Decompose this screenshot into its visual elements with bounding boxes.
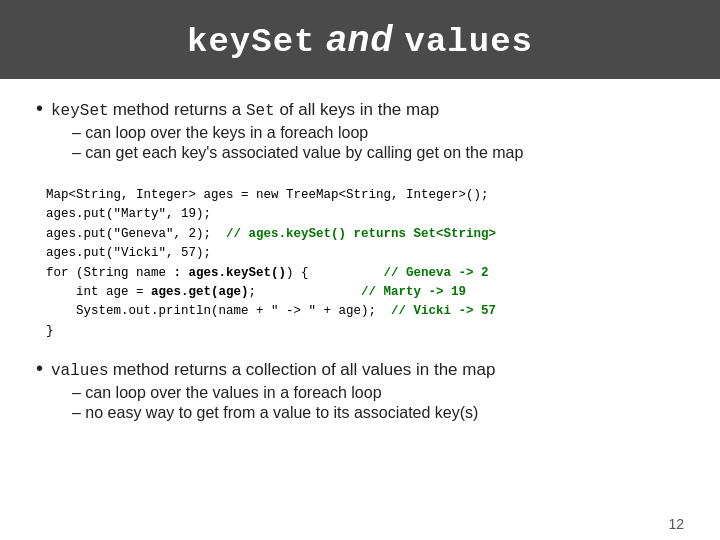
bullet-2-sub2: – no easy way to get from a value to its… — [72, 404, 684, 422]
bullet-dot-1: • — [36, 97, 43, 120]
bullet-2-text: method returns a collection of all value… — [113, 360, 496, 380]
get-mono: get — [417, 144, 439, 161]
bullet-dot-2: • — [36, 357, 43, 380]
slide-header: keySet and values — [0, 0, 720, 79]
code-line-2: ages.put("Marty", 19); — [46, 205, 674, 224]
bullet-1-sub2: – can get each key's associated value by… — [72, 144, 684, 162]
code-line-5: for (String name : ages.keySet()) { // G… — [46, 264, 674, 283]
code-line-6: int age = ages.get(age); // Marty -> 19 — [46, 283, 674, 302]
slide-footer: 12 — [0, 512, 720, 540]
bullet-1-sub1: – can loop over the keys in a foreach lo… — [72, 124, 684, 142]
code-line-1: Map<String, Integer> ages = new TreeMap<… — [46, 186, 674, 205]
code-line-7: System.out.println(name + " -> " + age);… — [46, 302, 674, 321]
code-block: Map<String, Integer> ages = new TreeMap<… — [36, 180, 684, 347]
bullet-2-mono: values — [51, 362, 109, 380]
bullet-2-main: • values method returns a collection of … — [36, 357, 684, 380]
code-line-4: ages.put("Vicki", 57); — [46, 244, 674, 263]
code-line-8: } — [46, 322, 674, 341]
page-number: 12 — [668, 516, 684, 532]
code-line-3: ages.put("Geneva", 2); // ages.keySet() … — [46, 225, 674, 244]
slide-content: • keySet method returns a Set of all key… — [0, 79, 720, 512]
bullet-2-sub1: – can loop over the values in a foreach … — [72, 384, 684, 402]
slide: keySet and values • keySet method return… — [0, 0, 720, 540]
title-and: and — [327, 18, 405, 59]
bullet-1-main: • keySet method returns a Set of all key… — [36, 97, 684, 120]
bullet-1-text: method returns a Set of all keys in the … — [113, 100, 439, 120]
bullet-1-mono: keySet — [51, 102, 109, 120]
bullet-section-2: • values method returns a collection of … — [36, 357, 684, 424]
title-keyset: keySet — [187, 23, 315, 61]
bullet-section-1: • keySet method returns a Set of all key… — [36, 97, 684, 164]
title-values: values — [405, 23, 533, 61]
slide-title: keySet and values — [30, 18, 690, 61]
